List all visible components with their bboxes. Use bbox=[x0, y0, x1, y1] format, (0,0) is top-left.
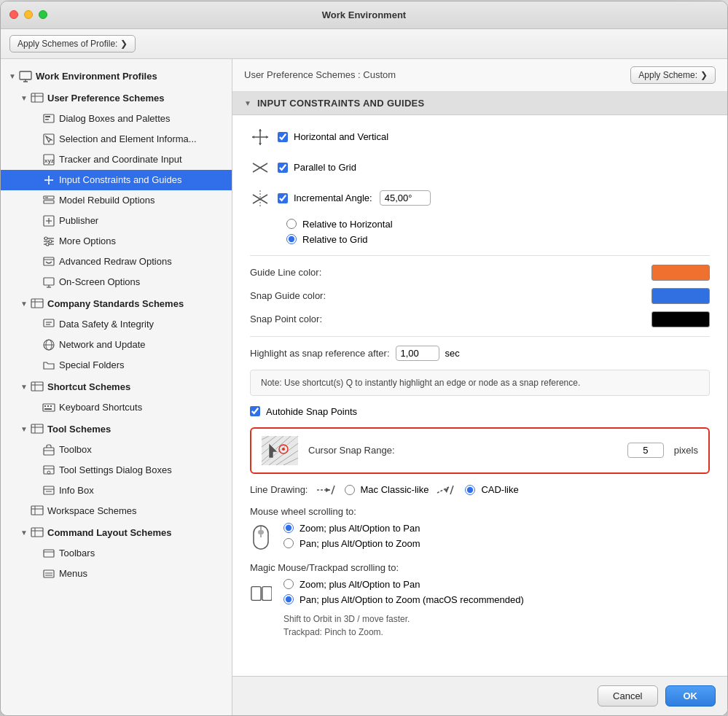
incremental-angle-checkbox-label[interactable]: Incremental Angle: bbox=[278, 192, 372, 203]
keyboard-icon bbox=[42, 400, 56, 415]
ok-button[interactable]: OK bbox=[665, 685, 716, 707]
svg-rect-69 bbox=[44, 550, 54, 557]
horizontal-vertical-checkbox-label[interactable]: Horizontal and Vertical bbox=[278, 131, 388, 142]
cursor-snap-box: Cursor Snap Range: pixels bbox=[250, 427, 710, 474]
folder-icon bbox=[42, 358, 56, 373]
relative-horizontal-radio[interactable] bbox=[286, 219, 297, 229]
guide-line-color-swatch[interactable] bbox=[651, 265, 710, 281]
sidebar-item-network[interactable]: Network and Update bbox=[1, 335, 232, 355]
toolbox-label: Toolbox bbox=[59, 444, 92, 455]
cancel-button[interactable]: Cancel bbox=[598, 685, 657, 707]
svg-rect-8 bbox=[45, 119, 49, 120]
section-collapse-icon[interactable]: ▼ bbox=[244, 99, 251, 107]
incremental-angle-label: Incremental Angle: bbox=[294, 192, 372, 203]
zoom-pan-radio[interactable] bbox=[283, 523, 294, 533]
traffic-lights bbox=[9, 10, 47, 19]
sidebar-item-shortcut-schemes[interactable]: ▼ Shortcut Schemes bbox=[1, 375, 232, 397]
magic-pan-zoom-radio[interactable] bbox=[283, 594, 294, 604]
magic-zoom-pan-label: Zoom; plus Alt/Option to Pan bbox=[300, 579, 420, 590]
autohide-checkbox-label[interactable]: Autohide Snap Points bbox=[250, 406, 357, 417]
svg-rect-63 bbox=[31, 506, 43, 515]
command-layout-label: Command Layout Schemes bbox=[47, 527, 172, 538]
svg-text:xyz: xyz bbox=[44, 157, 54, 164]
svg-rect-32 bbox=[44, 278, 54, 285]
sidebar-item-more-options[interactable]: More Options bbox=[1, 231, 232, 252]
magic-options: Zoom; plus Alt/Option to Pan Pan; plus A… bbox=[250, 579, 710, 639]
data-safety-label: Data Safety & Integrity bbox=[59, 319, 154, 330]
toolbar: Apply Schemes of Profile: ❯ bbox=[1, 29, 727, 59]
highlight-value-input[interactable] bbox=[396, 346, 439, 361]
sidebar-item-data-safety[interactable]: Data Safety & Integrity bbox=[1, 314, 232, 335]
angle-value-input[interactable] bbox=[380, 190, 431, 206]
minimize-button[interactable] bbox=[24, 10, 33, 19]
pan-zoom-radio[interactable] bbox=[283, 538, 294, 548]
sidebar-item-dialog-boxes[interactable]: Dialog Boxes and Palettes bbox=[1, 109, 232, 129]
cursor-snap-input[interactable] bbox=[627, 443, 664, 458]
redraw-icon bbox=[42, 254, 56, 269]
shortcut-label: Shortcut Schemes bbox=[47, 381, 130, 392]
info-icon bbox=[42, 483, 56, 498]
sidebar-item-menus[interactable]: Menus bbox=[1, 564, 232, 584]
parallel-grid-checkbox[interactable] bbox=[278, 163, 288, 173]
sidebar-item-model-rebuild[interactable]: Model Rebuild Options bbox=[1, 190, 232, 211]
company-icon bbox=[30, 297, 44, 311]
apply-scheme-button[interactable]: Apply Scheme: ❯ bbox=[630, 66, 716, 84]
note-box: Note: Use shortcut(s) Q to instantly hig… bbox=[250, 370, 710, 396]
mac-classic-label[interactable]: Mac Classic-like bbox=[345, 484, 429, 495]
maximize-button[interactable] bbox=[39, 10, 47, 19]
snap-point-color-swatch[interactable] bbox=[651, 311, 710, 327]
magic-zoom-pan-radio[interactable] bbox=[283, 579, 294, 589]
close-button[interactable] bbox=[9, 10, 18, 19]
screen-icon bbox=[42, 275, 56, 289]
horizontal-vertical-checkbox[interactable] bbox=[278, 132, 288, 142]
snap-point-color-label: Snap Point color: bbox=[250, 314, 651, 324]
sidebar-item-tool-settings[interactable]: Tool Settings Dialog Boxes bbox=[1, 460, 232, 480]
window-title: Work Environment bbox=[322, 9, 406, 20]
svg-point-28 bbox=[49, 240, 52, 243]
cad-like-radio[interactable] bbox=[465, 485, 475, 495]
incremental-angle-row: Incremental Angle: bbox=[250, 188, 710, 209]
sidebar-item-keyboard[interactable]: Keyboard Shortcuts bbox=[1, 397, 232, 418]
snap-guide-color-label: Snap Guide color: bbox=[250, 290, 651, 301]
cad-like-label[interactable]: CAD-like bbox=[465, 484, 518, 495]
note-text: Note: Use shortcut(s) Q to instantly hig… bbox=[261, 378, 580, 388]
sidebar-item-user-pref[interactable]: ▼ User Preference Schemes bbox=[1, 87, 232, 109]
sidebar-item-company-standards[interactable]: ▼ Company Standards Schemes bbox=[1, 292, 232, 314]
sidebar-item-selection[interactable]: Selection and Element Informa... bbox=[1, 129, 232, 149]
sidebar-item-command-layout[interactable]: ▼ Command Layout Schemes bbox=[1, 521, 232, 543]
workspace-icon bbox=[30, 504, 44, 518]
sidebar-item-tool-schemes[interactable]: ▼ Tool Schemes bbox=[1, 418, 232, 440]
sidebar-item-workspace[interactable]: Workspace Schemes bbox=[1, 501, 232, 521]
cursor-icon bbox=[42, 132, 56, 147]
sidebar: ▼ Work Environment Profiles ▼ bbox=[1, 59, 232, 715]
parallel-grid-checkbox-label[interactable]: Parallel to Grid bbox=[278, 162, 356, 173]
sidebar-item-special-folders[interactable]: Special Folders bbox=[1, 355, 232, 375]
autohide-checkbox[interactable] bbox=[250, 406, 260, 416]
sidebar-item-on-screen[interactable]: On-Screen Options bbox=[1, 272, 232, 292]
mac-classic-radio[interactable] bbox=[345, 485, 355, 495]
sidebar-item-advanced-redraw[interactable]: Advanced Redraw Options bbox=[1, 252, 232, 272]
menus-icon bbox=[42, 567, 56, 581]
svg-point-29 bbox=[46, 243, 49, 246]
mouse-wheel-label: Mouse wheel scrolling to: bbox=[250, 506, 710, 517]
relative-grid-radio[interactable] bbox=[286, 234, 297, 244]
sidebar-item-publisher[interactable]: Publisher bbox=[1, 211, 232, 231]
sidebar-item-info-box[interactable]: Info Box bbox=[1, 480, 232, 501]
sidebar-item-input-constraints[interactable]: Input Constraints and Guides bbox=[1, 170, 232, 190]
xyz-icon: xyz bbox=[42, 152, 56, 167]
highlight-label: Highlight as snap reference after: bbox=[250, 348, 390, 359]
angle-radio-group: Relative to Horizontal Relative to Grid bbox=[286, 219, 710, 245]
sidebar-item-tracker[interactable]: xyz Tracker and Coordinate Input bbox=[1, 149, 232, 170]
snap-guide-color-swatch[interactable] bbox=[651, 288, 710, 304]
apply-schemes-button[interactable]: Apply Schemes of Profile: ❯ bbox=[9, 35, 136, 52]
sidebar-item-toolbars[interactable]: Toolbars bbox=[1, 543, 232, 564]
parallel-grid-label: Parallel to Grid bbox=[294, 162, 356, 173]
collapse-icon: ▼ bbox=[18, 94, 30, 102]
svg-rect-19 bbox=[44, 201, 54, 203]
incremental-angle-checkbox[interactable] bbox=[278, 193, 288, 203]
toolbars-label: Toolbars bbox=[59, 548, 95, 559]
svg-rect-30 bbox=[44, 257, 54, 265]
sidebar-item-toolbox[interactable]: Toolbox bbox=[1, 440, 232, 460]
magic-pan-zoom-row: Pan; plus Alt/Option to Zoom (macOS reco… bbox=[283, 594, 524, 605]
sidebar-item-work-env-profiles[interactable]: ▼ Work Environment Profiles bbox=[1, 65, 232, 87]
